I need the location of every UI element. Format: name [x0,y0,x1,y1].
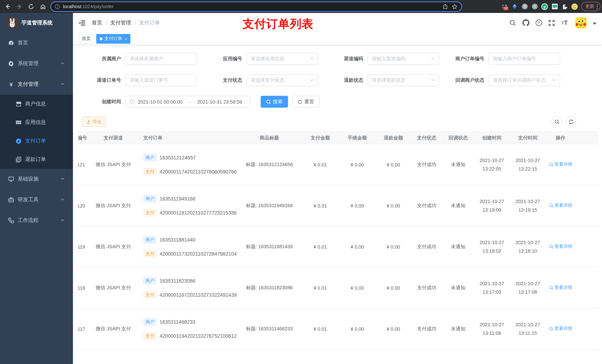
view-detail-link[interactable]: 查看详情 [549,285,572,291]
browser-back-icon[interactable] [2,1,13,12]
help-icon[interactable]: ? [535,19,542,26]
chevron-down-icon [60,61,65,67]
sidebar-item-9[interactable]: 工作流程 [0,210,73,231]
sidebar-item-4[interactable]: 应用信息 [0,113,73,132]
cell-channel: 微信 JSAPI 支付 [88,161,139,168]
col-header-2: 支付订单 [139,135,237,141]
cell-order-no: 商户1635311881440 支付4200001173202110272847… [139,236,237,258]
chevron-down-icon [60,176,65,182]
breadcrumb-pay[interactable]: 支付管理 [110,20,131,26]
extension-grid-icon[interactable]: 10 [501,3,508,10]
cell-fee: ¥ 0.00 [339,326,376,332]
filter-select-1-2[interactable]: 请选择退款状态 [368,74,439,86]
export-button[interactable]: 导出 [82,116,106,127]
extensions-puzzle-icon[interactable] [561,3,568,10]
browser-update-button[interactable]: 更新 [581,2,601,11]
cell-amount: ¥ 0.01 [302,326,339,332]
tab-1[interactable]: 支付订单× [96,34,130,43]
svg-text:?: ? [538,21,540,25]
chevron-down-icon [60,197,65,203]
sidebar-item-5[interactable]: ¥支付订单 [0,132,73,150]
fullscreen-icon[interactable] [548,19,555,26]
app-logo[interactable]: 芋道管理系统 [0,13,73,32]
cell-id: 117 [78,326,88,332]
extension-y-icon[interactable]: y [541,3,548,10]
cell-title: 标题: 1635311823086 [237,284,302,291]
font-size-icon[interactable]: TT [561,19,568,26]
filter-select-1-1[interactable]: 请选择支付状态 [247,74,318,86]
cell-channel: 微信 JSAPI 支付 [88,284,139,291]
extension-dot-icon[interactable] [531,3,538,10]
browser-menu-icon[interactable] [596,4,598,9]
sidebar-toggle-icon[interactable] [78,19,86,26]
sidebar-item-6[interactable]: 退款订单 [0,150,73,169]
cell-status: 支付成功 [411,325,442,332]
browser-home-icon[interactable] [38,1,48,12]
view-detail-link[interactable]: 查看详情 [549,161,572,168]
filter-input-0-3[interactable]: 请输入商户订单编号 [489,53,560,65]
filter-select-0-2[interactable]: 请输入渠道编码 [368,53,439,65]
monitor-icon [8,176,14,182]
browser-forward-icon[interactable] [14,1,24,12]
sidebar-item-8[interactable]: 研发工具 [0,189,73,210]
breadcrumb-home[interactable]: 首页 [92,20,102,26]
cell-refund: ¥ 0.00 [376,285,411,291]
sidebar-item-0[interactable]: 首页 [0,32,73,53]
cell-action: 查看详情 [546,285,575,291]
merchant-tag: 商户 [143,277,157,284]
cell-id: 119 [78,244,88,250]
bookmark-star-icon[interactable] [452,3,458,10]
svg-text:⌘: ⌘ [523,4,527,9]
site-info-icon[interactable] [55,4,60,9]
refresh-icon[interactable] [566,116,576,127]
sidebar-item-1[interactable]: 系统管理 [0,53,73,74]
gear-icon [8,61,14,67]
toggle-search-icon[interactable] [552,116,562,127]
extension-kite-icon[interactable] [511,3,518,10]
filter-select-1-3[interactable]: 请选择订单回调商户状态 [489,74,560,86]
view-detail-link[interactable]: 查看详情 [549,244,572,250]
share-icon[interactable] [442,4,448,9]
date-start[interactable]: 2021-10-01 00:00:00 [138,99,182,104]
github-icon[interactable] [522,19,529,26]
cell-pay-time: 2021-10-2713:18:10 [510,238,546,255]
tab-active-dot [100,37,103,40]
cell-refund: ¥ 0.00 [376,244,411,250]
tab-close-icon[interactable]: × [125,36,127,41]
browser-reload-icon[interactable] [26,1,36,12]
date-range-picker[interactable]: 2021-10-01 00:00:00 - 2021-10-31 23:59:5… [126,96,250,108]
cell-create-time: 2021-10-2713:18:02 [474,238,510,255]
user-avatar[interactable] [575,17,586,28]
view-detail-link[interactable]: 查看详情 [549,203,572,209]
profile-avatar-emoji[interactable] [571,3,578,10]
cell-fee: ¥ 0.00 [339,285,376,291]
search-button-icon [266,99,271,104]
sidebar-item-3[interactable]: 商户信息 [0,95,73,113]
table-row-3: 118 微信 JSAPI 支付 商户1635311823086 支付420000… [78,268,598,309]
reset-button[interactable]: 重置 [292,96,320,108]
merchant-tag: 商户 [143,195,157,202]
filter-form: 所属商户请选择所属商户应用编号请选择应用信息渠道编码请输入渠道编码商户订单编号请… [73,45,602,86]
search-icon[interactable] [509,19,516,26]
extension-command-icon[interactable]: ⌘ [521,3,528,10]
search-button[interactable]: 搜索 [261,96,288,108]
sidebar-item-2[interactable]: ¥支付管理 [0,74,73,95]
tab-0[interactable]: 首页 [78,34,94,43]
filter-input-1-0[interactable]: 请输入渠道订单号 [126,74,197,86]
yen-circle-icon: ¥ [16,138,22,144]
view-detail-link[interactable]: 查看详情 [549,326,572,332]
filter-input-0-0[interactable]: 请选择所属商户 [126,53,197,65]
address-bar[interactable]: localhost:1024/pay/order [50,1,462,12]
cell-pay-time: 2021-10-2713:11:15 [510,320,546,337]
avatar-caret-icon[interactable] [593,20,596,26]
chevron-down-icon [430,77,435,83]
filter-select-0-1[interactable]: 请选择应用信息 [247,53,318,65]
cell-refund: ¥ 0.00 [376,203,411,208]
col-header-6: 退款金额 [376,135,411,141]
sidebar-item-7[interactable]: 基础设施 [0,169,73,189]
pay-tag: 支付 [143,209,157,216]
extension-chat-icon[interactable] [551,3,558,10]
cell-status: 支付成功 [411,161,442,168]
pay-tag: 支付 [143,168,157,175]
date-end[interactable]: 2021-10-31 23:59:59 [197,99,242,104]
